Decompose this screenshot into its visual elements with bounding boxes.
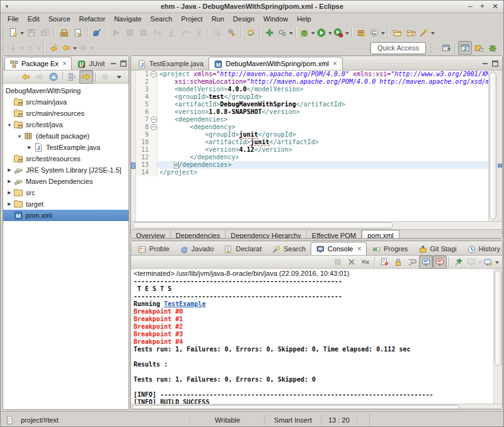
menu-refactor[interactable]: Refactor <box>75 14 110 24</box>
toolbar-drag-handle[interactable] <box>430 43 433 54</box>
minimize-view-icon[interactable] <box>110 60 117 67</box>
dropdown-arrow-icon[interactable] <box>328 32 332 37</box>
tree-item[interactable]: src/main/java <box>3 96 129 108</box>
toolbar-drag-handle[interactable] <box>3 43 6 54</box>
external-tools-menu-button[interactable] <box>277 26 294 40</box>
expand-arrow-icon[interactable]: ▶ <box>6 168 13 173</box>
open-type-button[interactable] <box>369 26 386 40</box>
coverage-button[interactable] <box>333 26 350 40</box>
xml-editor-area[interactable]: 1−<project xmlns="http://maven.apache.or… <box>131 71 502 221</box>
menu-edit[interactable]: Edit <box>23 14 44 24</box>
expand-arrow-icon[interactable]: ▶ <box>26 145 33 150</box>
display-selected-console-button[interactable] <box>466 255 483 269</box>
tree-item[interactable]: ▶Maven Dependencies <box>3 176 129 187</box>
step-return-button[interactable] <box>192 26 206 40</box>
dropdown-arrow-icon[interactable] <box>345 32 349 37</box>
dropdown-arrow-icon[interactable] <box>37 47 41 52</box>
annotation-ruler[interactable] <box>131 71 136 221</box>
pom-page-tab-dependencies[interactable]: Dependencies <box>171 230 226 239</box>
overview-ruler[interactable] <box>497 71 502 221</box>
link-with-editor-button[interactable] <box>79 70 93 84</box>
new-java-project-button[interactable] <box>355 26 369 40</box>
scrollbar-thumb[interactable] <box>132 405 460 409</box>
view-menu-button[interactable] <box>112 70 126 84</box>
back-history-button[interactable] <box>60 41 77 55</box>
menu-window[interactable]: Window <box>259 14 292 24</box>
collapse-circle-icon[interactable]: − <box>151 124 157 130</box>
run-last-tool-button[interactable] <box>211 26 225 40</box>
fold-collapse-icon[interactable]: − <box>150 116 158 123</box>
console-vertical-scrollbar[interactable] <box>493 269 502 404</box>
close-icon[interactable]: ✕ <box>333 60 338 67</box>
collapse-circle-icon[interactable]: − <box>151 117 157 123</box>
remove-launch-button[interactable] <box>345 255 358 269</box>
console-output[interactable]: <terminated> /usr/lib/jvm/java-8-oracle/… <box>131 269 502 404</box>
tab-progres[interactable]: Progres <box>367 242 413 255</box>
pom-page-tab-pom-xml[interactable]: pom.xml <box>362 230 399 239</box>
fold-collapse-icon[interactable]: − <box>150 123 158 131</box>
tab-history[interactable]: History <box>462 242 503 255</box>
scrollbar-thumb[interactable] <box>132 222 393 229</box>
tab-package-ex[interactable]: Package Ex✕ <box>4 57 72 70</box>
collapse-circle-icon[interactable]: − <box>151 71 157 77</box>
tree-item[interactable]: ▶JRE System Library [J2SE-1.5] <box>3 164 129 176</box>
editor-vertical-scrollbar[interactable] <box>488 71 497 221</box>
open-resource-button[interactable] <box>391 26 404 40</box>
expand-arrow-icon[interactable]: ▶ <box>6 179 13 184</box>
status-cursor-position[interactable]: 13 : 20 <box>321 414 357 426</box>
minimize-window-button[interactable]: – <box>468 1 472 12</box>
new-wizard-button[interactable] <box>8 26 25 40</box>
collapse-arrow-icon[interactable]: ▼ <box>16 134 23 139</box>
tab-debugmavenwithspring-pom-xml[interactable]: MDebugMavenWithSpring/pom.xml✕ <box>209 57 342 70</box>
dropdown-arrow-icon[interactable] <box>20 32 24 37</box>
pin-console-button[interactable] <box>452 255 466 269</box>
maximize-view-icon[interactable] <box>491 60 499 67</box>
code-lines[interactable]: 1−<project xmlns="http://maven.apache.or… <box>136 71 488 221</box>
open-console-button[interactable] <box>483 255 500 269</box>
tree-item[interactable]: ▶JTestExample.java <box>3 142 129 153</box>
show-on-stdout-button[interactable] <box>419 255 433 269</box>
expand-arrow-icon[interactable]: ▶ <box>6 202 13 207</box>
tab-declarat[interactable]: Declarat <box>219 242 266 255</box>
menu-project[interactable]: Project <box>176 14 207 24</box>
close-icon[interactable]: ✕ <box>357 246 362 252</box>
tree-item[interactable]: Mpom.xml <box>3 210 129 221</box>
word-wrap-button[interactable] <box>405 255 419 269</box>
update-maven-project-button[interactable] <box>244 26 258 40</box>
pom-page-tab-overview[interactable]: Overview <box>131 230 171 239</box>
menu-navigate[interactable]: Navigate <box>110 14 146 24</box>
synchronize-button[interactable] <box>71 26 85 40</box>
tab-git-stagi[interactable]: Git Stagi <box>413 242 462 255</box>
quick-access-box[interactable]: Quick Access <box>370 42 426 54</box>
menu-file[interactable]: File <box>3 14 23 24</box>
dropdown-arrow-icon[interactable] <box>289 32 293 37</box>
scrollbar-thumb[interactable] <box>495 270 501 366</box>
step-into-button[interactable] <box>164 26 178 40</box>
resume-button[interactable] <box>109 26 123 40</box>
build-all-button[interactable] <box>57 26 71 40</box>
tab-console[interactable]: Console✕ <box>311 242 367 255</box>
collapse-arrow-icon[interactable]: ▼ <box>6 123 13 127</box>
debug-perspective-button[interactable] <box>486 41 500 55</box>
tree-item[interactable]: src/main/resources <box>3 108 129 119</box>
skip-all-breakpoints-button[interactable] <box>90 26 104 40</box>
collapse-all-button[interactable] <box>66 70 79 84</box>
menu-source[interactable]: Source <box>44 14 75 24</box>
pom-page-tab-dependency-hierarchy[interactable]: Dependency Hierarchy <box>226 230 307 239</box>
show-on-stderr-button[interactable] <box>433 255 447 269</box>
maximize-window-button[interactable]: + <box>480 1 484 12</box>
save-all-button[interactable] <box>38 26 52 40</box>
console-horizontal-scrollbar[interactable] <box>131 404 502 409</box>
previous-annotation-button[interactable] <box>25 41 42 55</box>
back-button[interactable] <box>19 70 33 84</box>
window-menu-icon[interactable]: ▼ <box>4 1 9 13</box>
focus-on-active-task-button[interactable] <box>98 70 112 84</box>
dropdown-arrow-icon[interactable] <box>478 261 482 266</box>
tree-item[interactable]: DebugMavenWithSpring <box>3 85 129 96</box>
add-new-button[interactable] <box>263 26 277 40</box>
menu-design[interactable]: Design <box>229 14 259 24</box>
minimize-view-icon[interactable] <box>481 60 489 67</box>
next-annotation-button[interactable] <box>8 41 25 55</box>
close-window-button[interactable]: ✕ <box>492 1 498 12</box>
scrollbar-thumb[interactable] <box>490 72 496 220</box>
